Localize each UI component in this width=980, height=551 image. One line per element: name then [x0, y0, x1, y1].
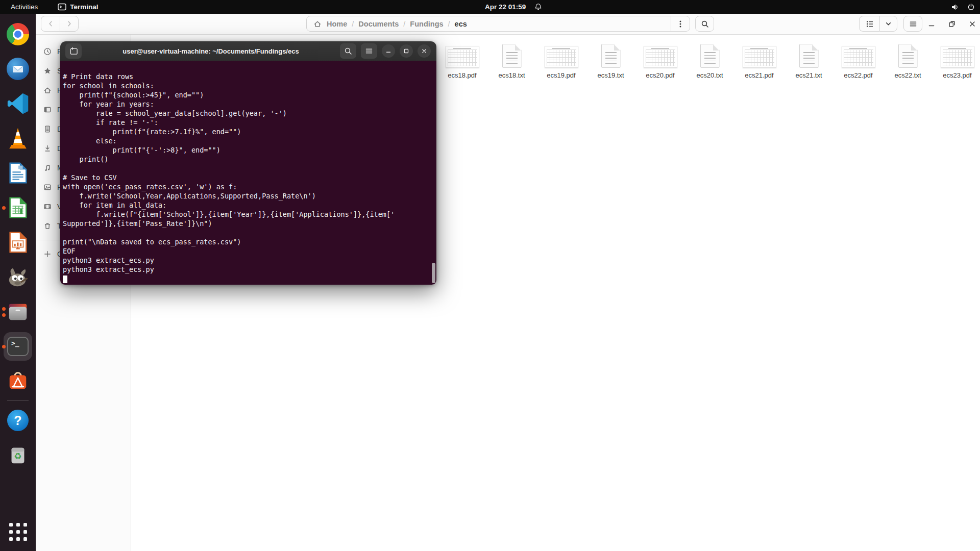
terminal-cursor	[63, 276, 67, 283]
terminal-output-line: f.write('School,Year,Applications,Suppor…	[63, 191, 436, 201]
dock-item-ubuntu-software[interactable]	[0, 364, 36, 398]
terminal-output-line: rate = school_year_data[school].get(year…	[63, 109, 436, 118]
terminal-output-line	[63, 228, 436, 237]
breadcrumb-item-ecs[interactable]: ecs	[455, 20, 467, 28]
dock-item-gimp[interactable]	[0, 260, 36, 294]
close-icon	[968, 20, 976, 28]
terminal-close-button[interactable]	[418, 44, 431, 58]
terminal-scrollbar[interactable]	[432, 263, 435, 283]
terminal-output-line: with open('ecs_pass_rates.csv', 'w') as …	[63, 182, 436, 191]
desktop-icon	[43, 106, 52, 114]
breadcrumb-item-fundings[interactable]: Fundings	[410, 20, 443, 28]
file-ecs22-pdf[interactable]: ecs22.pdf	[834, 43, 883, 79]
breadcrumb-separator: /	[352, 20, 354, 28]
terminal-headerbar[interactable]: user@user-virtual-machine: ~/Documents/F…	[60, 41, 436, 61]
forward-button[interactable]	[60, 16, 79, 32]
file-ecs18-pdf[interactable]: ecs18.pdf	[437, 43, 487, 79]
terminal-window: user@user-virtual-machine: ~/Documents/F…	[60, 41, 436, 285]
pdf-thumbnail-icon	[644, 46, 677, 68]
terminal-output-line: else:	[63, 136, 436, 145]
file-name-label: ecs22.pdf	[844, 71, 872, 79]
terminal-search-button[interactable]	[340, 43, 356, 59]
trash-small-icon	[43, 222, 52, 230]
dock-item-trash[interactable]: ♻	[0, 438, 36, 472]
terminal-output-line: python3 extract_ecs.py	[63, 256, 436, 265]
home-icon	[313, 20, 322, 28]
file-ecs23-pdf[interactable]: ecs23.pdf	[933, 43, 980, 79]
clock-menu[interactable]: Apr 22 01:59	[485, 0, 542, 14]
running-indicator-dot	[2, 313, 6, 317]
dock-item-files[interactable]	[0, 294, 36, 329]
file-ecs19-txt[interactable]: ecs19.txt	[586, 43, 635, 79]
terminal-output-line: # Save to CSV	[63, 173, 436, 182]
libreoffice-calc-icon	[6, 196, 30, 219]
system-status-menu[interactable]	[951, 0, 975, 14]
path-options-button[interactable]	[671, 16, 690, 31]
file-name-label: ecs20.pdf	[646, 71, 674, 79]
dock-divider	[7, 400, 29, 401]
file-name-label: ecs18.pdf	[448, 71, 476, 79]
terminal-maximize-button[interactable]	[400, 44, 413, 58]
file-ecs20-txt[interactable]: ecs20.txt	[685, 43, 734, 79]
pdf-thumbnail-icon	[743, 46, 776, 68]
terminal-minimize-button[interactable]	[382, 44, 395, 58]
file-name-label: ecs19.txt	[597, 71, 624, 79]
terminal-title: user@user-virtual-machine: ~/Documents/F…	[82, 47, 340, 55]
terminal-output-line: EOF	[63, 246, 436, 256]
trash-icon: ♻	[6, 443, 30, 467]
window-minimize-button[interactable]	[925, 17, 938, 31]
view-options-button[interactable]	[879, 16, 897, 32]
focused-app-menu[interactable]: Terminal	[58, 3, 98, 11]
file-ecs20-pdf[interactable]: ecs20.pdf	[635, 43, 685, 79]
files-headerbar: Home/Documents/Fundings/ecs	[36, 14, 980, 35]
dock-item-vscode[interactable]	[0, 86, 36, 121]
terminal-menu-button[interactable]	[361, 43, 377, 59]
dock-item-terminal[interactable]	[0, 329, 36, 364]
list-view-icon	[866, 20, 874, 28]
activities-button[interactable]: Activities	[0, 0, 48, 14]
file-ecs21-txt[interactable]: ecs21.txt	[784, 43, 834, 79]
dock-item-vlc[interactable]	[0, 121, 36, 156]
terminal-output-line: for item in all_data:	[63, 201, 436, 210]
dock-item-chrome[interactable]	[0, 17, 36, 52]
terminal-output-line: f.write(f"{item['School']},{item['Year']…	[63, 210, 436, 219]
file-ecs22-txt[interactable]: ecs22.txt	[883, 43, 933, 79]
file-ecs18-txt[interactable]: ecs18.txt	[487, 43, 536, 79]
focused-app-name: Terminal	[70, 3, 98, 11]
film-icon	[43, 203, 52, 211]
power-icon	[967, 3, 975, 11]
pdf-thumbnail-icon	[545, 46, 578, 68]
dock-item-libreoffice-writer[interactable]	[0, 156, 36, 190]
dock-item-libreoffice-calc[interactable]	[0, 190, 36, 225]
terminal-cursor-line	[63, 274, 436, 283]
terminal-output-line: for school in schools:	[63, 81, 436, 90]
gimp-icon	[6, 265, 30, 289]
breadcrumb-item-documents[interactable]: Documents	[358, 20, 399, 28]
list-view-button[interactable]	[859, 16, 879, 32]
terminal-output-line: Supported']},{item['Pass_Rate']}\n")	[63, 219, 436, 228]
window-restore-button[interactable]	[945, 17, 959, 31]
text-file-icon	[700, 44, 720, 68]
new-tab-button[interactable]	[65, 43, 82, 59]
search-button[interactable]	[695, 16, 714, 32]
search-icon	[344, 47, 352, 55]
breadcrumb-separator: /	[403, 20, 405, 28]
terminal-output-line: if rate != '-':	[63, 118, 436, 127]
breadcrumb-item-home[interactable]: Home	[327, 20, 347, 28]
vlc-icon	[6, 127, 30, 150]
clock-icon	[43, 47, 52, 56]
terminal-viewport[interactable]: # Print data rowsfor school in schools: …	[60, 61, 436, 285]
apps-grid-icon	[9, 523, 27, 541]
main-menu-button[interactable]	[903, 16, 922, 32]
window-close-button[interactable]	[966, 17, 979, 31]
show-applications-button[interactable]	[0, 516, 36, 547]
file-ecs21-pdf[interactable]: ecs21.pdf	[734, 43, 784, 79]
file-name-label: ecs21.txt	[795, 71, 822, 79]
file-ecs19-pdf[interactable]: ecs19.pdf	[536, 43, 586, 79]
notification-bell-icon	[534, 3, 542, 11]
dock-item-libreoffice-impress[interactable]	[0, 225, 36, 260]
back-button[interactable]	[41, 16, 60, 32]
dock-item-help[interactable]: ?	[0, 403, 36, 438]
thunderbird-icon	[6, 57, 30, 81]
dock-item-thunderbird[interactable]	[0, 52, 36, 86]
